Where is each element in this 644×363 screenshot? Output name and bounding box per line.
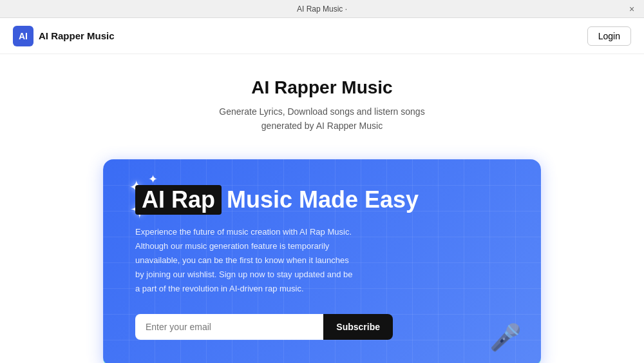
title-bar-text: AI Rap Music ·: [297, 5, 347, 14]
title-bar: AI Rap Music · ×: [0, 0, 644, 18]
hero-subtitle-line2: generated by AI Rapper Music: [13, 119, 631, 133]
banner-description: Experience the future of music creation …: [135, 225, 354, 296]
close-icon[interactable]: ×: [626, 3, 638, 15]
app-logo: AI AI Rapper Music: [13, 26, 115, 46]
app-header: AI AI Rapper Music Login: [0, 18, 644, 54]
star-decoration-small: ✦: [148, 172, 158, 186]
hero-subtitle-line1: Generate Lyrics, Download songs and list…: [13, 104, 631, 119]
banner-card: ✦ ✦ 🎤 AI Rap Music Made Easy Experience …: [103, 159, 541, 363]
hero-section: AI Rapper Music Generate Lyrics, Downloa…: [0, 54, 644, 146]
hero-title: AI Rapper Music: [13, 77, 631, 98]
email-row: Subscribe: [135, 314, 393, 340]
app-logo-text: AI Rapper Music: [39, 30, 115, 41]
banner-wrapper: ✦ ✦ 🎤 AI Rap Music Made Easy Experience …: [0, 146, 644, 363]
email-input[interactable]: [135, 314, 323, 340]
banner-heading-rest: Music Made Easy: [227, 186, 419, 213]
banner-heading: AI Rap Music Made Easy: [135, 185, 509, 215]
banner-heading-highlight: AI Rap: [135, 185, 222, 215]
subscribe-button[interactable]: Subscribe: [323, 314, 393, 340]
banner-content: AI Rap Music Made Easy Experience the fu…: [135, 185, 509, 340]
login-button[interactable]: Login: [587, 26, 631, 46]
app-logo-icon: AI: [13, 26, 33, 46]
